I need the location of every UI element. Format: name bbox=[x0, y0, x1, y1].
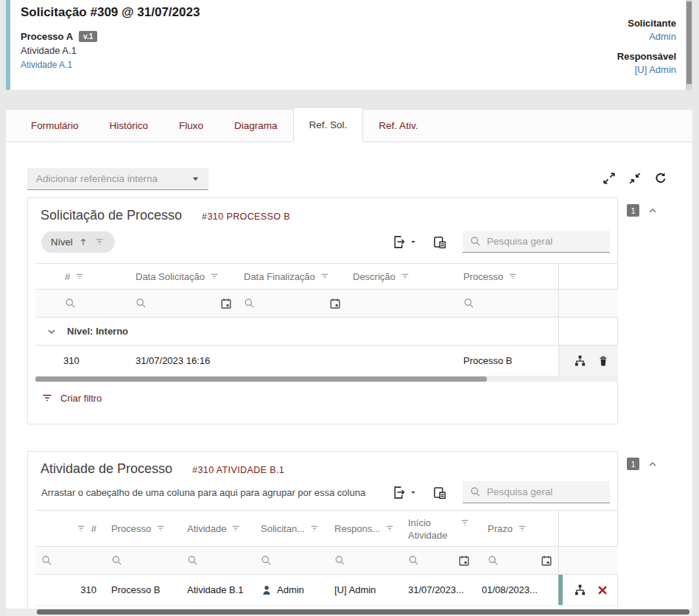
col-header-prazo[interactable]: Prazo bbox=[476, 511, 558, 546]
create-filter-button[interactable]: Criar filtro bbox=[41, 392, 102, 404]
version-badge: v.1 bbox=[79, 31, 97, 42]
col-header-descricao[interactable]: Descrição bbox=[347, 264, 457, 289]
remove-x-icon[interactable] bbox=[597, 584, 608, 596]
filter-cell-atividade[interactable] bbox=[181, 547, 255, 574]
add-reference-select[interactable]: Adicionar referência interna bbox=[27, 168, 208, 190]
col-header-inicio-atividade[interactable]: Início Atividade bbox=[402, 511, 476, 546]
collapse-section-chevron-up-icon[interactable] bbox=[647, 205, 658, 217]
header-filter-icon[interactable] bbox=[155, 523, 166, 534]
expand-all-icon[interactable] bbox=[603, 172, 616, 185]
filter-cell-prazo[interactable] bbox=[476, 547, 558, 574]
request-grid-search[interactable] bbox=[463, 231, 610, 253]
header-filter-icon[interactable] bbox=[400, 271, 411, 282]
responsible-link[interactable]: [U] Admin bbox=[617, 64, 676, 75]
org-tree-icon[interactable] bbox=[574, 584, 586, 596]
cell-responsavel: [U] Admin bbox=[329, 575, 402, 605]
column-chooser-icon[interactable] bbox=[432, 486, 446, 500]
activity-grid-search-input[interactable] bbox=[487, 486, 617, 497]
header-filter-icon[interactable] bbox=[384, 523, 396, 534]
cell-id: 310 bbox=[35, 575, 105, 605]
calendar-icon[interactable] bbox=[458, 555, 470, 567]
search-icon bbox=[408, 555, 419, 566]
filter-cell-data-solicitacao[interactable] bbox=[130, 290, 238, 317]
cell-atividade: Atividade B.1 bbox=[181, 575, 255, 605]
filter-cell-data-finalizacao[interactable] bbox=[238, 290, 347, 317]
col-header-data-finalizacao[interactable]: Data Finalização bbox=[238, 264, 347, 289]
filter-cell-processo[interactable] bbox=[457, 290, 558, 317]
header-filter-icon[interactable] bbox=[320, 271, 331, 282]
header-filter-icon[interactable] bbox=[76, 523, 87, 534]
table-row[interactable]: 310 31/07/2023 16:16 Processo B bbox=[35, 346, 618, 377]
collapse-all-icon[interactable] bbox=[628, 172, 642, 185]
filter-cell-id[interactable] bbox=[35, 290, 130, 317]
col-header-processo[interactable]: Processo bbox=[105, 511, 181, 546]
cell-descricao bbox=[347, 346, 457, 376]
search-icon bbox=[488, 555, 499, 566]
grid-horizontal-scrollbar[interactable] bbox=[35, 377, 618, 382]
filter-cell-solicitante[interactable] bbox=[255, 547, 329, 574]
col-header-id[interactable]: # bbox=[35, 264, 130, 289]
org-tree-icon[interactable] bbox=[574, 354, 586, 367]
header-vertical-scrollbar[interactable] bbox=[686, 0, 692, 90]
col-header-solicitante[interactable]: Solicitan... bbox=[255, 511, 329, 546]
col-header-data-solicitacao[interactable]: Data Solicitação bbox=[130, 264, 238, 289]
export-options-caret-icon[interactable] bbox=[409, 488, 418, 497]
row-selection-indicator bbox=[558, 575, 563, 605]
col-header-atividade[interactable]: Atividade bbox=[181, 511, 255, 546]
col-label: Descrição bbox=[353, 271, 396, 282]
activity-grid-count-badge: 1 bbox=[627, 458, 639, 470]
col-label: Data Solicitação bbox=[136, 271, 205, 282]
col-label: # bbox=[65, 271, 70, 282]
calendar-icon[interactable] bbox=[220, 298, 232, 309]
cell-solicitante-value: Admin bbox=[277, 584, 304, 595]
delete-trash-icon[interactable] bbox=[597, 355, 609, 367]
col-header-processo[interactable]: Processo bbox=[457, 264, 558, 289]
activity-grid-search[interactable] bbox=[463, 481, 610, 503]
requester-link[interactable]: Admin bbox=[617, 31, 676, 42]
header-filter-icon[interactable] bbox=[209, 271, 220, 282]
refresh-icon[interactable] bbox=[654, 172, 667, 185]
filter-cell-descricao[interactable] bbox=[347, 290, 457, 317]
col-label: Respons... bbox=[334, 523, 380, 534]
calendar-icon[interactable] bbox=[541, 555, 552, 567]
header-filter-icon[interactable] bbox=[231, 523, 242, 534]
tab-diagrama[interactable]: Diagrama bbox=[219, 110, 293, 141]
page-horizontal-scrollbar[interactable] bbox=[6, 609, 692, 616]
group-chip-nivel[interactable]: Nível bbox=[41, 231, 115, 253]
request-grid-search-input[interactable] bbox=[487, 236, 617, 247]
tab-ref-ativ[interactable]: Ref. Ativ. bbox=[363, 110, 433, 141]
table-row[interactable]: 310 Processo B Atividade B.1 Admin [U] A… bbox=[35, 575, 618, 606]
chevron-down-icon bbox=[190, 173, 201, 184]
column-chooser-icon[interactable] bbox=[432, 235, 446, 249]
filter-icon bbox=[41, 392, 53, 404]
group-collapse-chevron-icon[interactable] bbox=[46, 326, 57, 337]
tab-ref-sol[interactable]: Ref. Sol. bbox=[293, 107, 364, 142]
tab-fluxo[interactable]: Fluxo bbox=[164, 110, 219, 141]
col-header-responsavel[interactable]: Respons... bbox=[329, 511, 402, 546]
export-options-caret-icon[interactable] bbox=[409, 237, 418, 246]
cell-solicitante: Admin bbox=[255, 575, 329, 605]
col-label: Prazo bbox=[488, 523, 513, 534]
group-row-nivel-interno[interactable]: Nível: Interno bbox=[35, 318, 618, 346]
search-icon bbox=[187, 555, 198, 566]
tab-formulario[interactable]: Formulário bbox=[15, 110, 94, 141]
header-filter-icon[interactable] bbox=[507, 271, 519, 282]
header-filter-icon[interactable] bbox=[460, 517, 471, 528]
filter-cell-id[interactable] bbox=[35, 547, 105, 574]
export-icon[interactable] bbox=[392, 235, 406, 249]
sort-asc-icon bbox=[78, 237, 89, 248]
tab-historico[interactable]: Histórico bbox=[94, 110, 164, 141]
filter-cell-inicio[interactable] bbox=[402, 547, 476, 574]
filter-cell-processo[interactable] bbox=[105, 547, 181, 574]
export-icon[interactable] bbox=[392, 486, 406, 500]
col-header-id[interactable]: # bbox=[35, 511, 105, 546]
filter-cell-responsavel[interactable] bbox=[329, 547, 402, 574]
header-filter-icon[interactable] bbox=[309, 523, 320, 534]
header-filter-icon[interactable] bbox=[74, 271, 85, 282]
collapse-section-chevron-up-icon[interactable] bbox=[647, 458, 658, 470]
cell-prazo: 01/08/2023... bbox=[476, 575, 558, 605]
requester-label: Solicitante bbox=[617, 18, 676, 29]
header-filter-icon[interactable] bbox=[517, 523, 528, 534]
calendar-icon[interactable] bbox=[329, 298, 341, 309]
activity-link[interactable]: Atividade A.1 bbox=[21, 60, 97, 70]
